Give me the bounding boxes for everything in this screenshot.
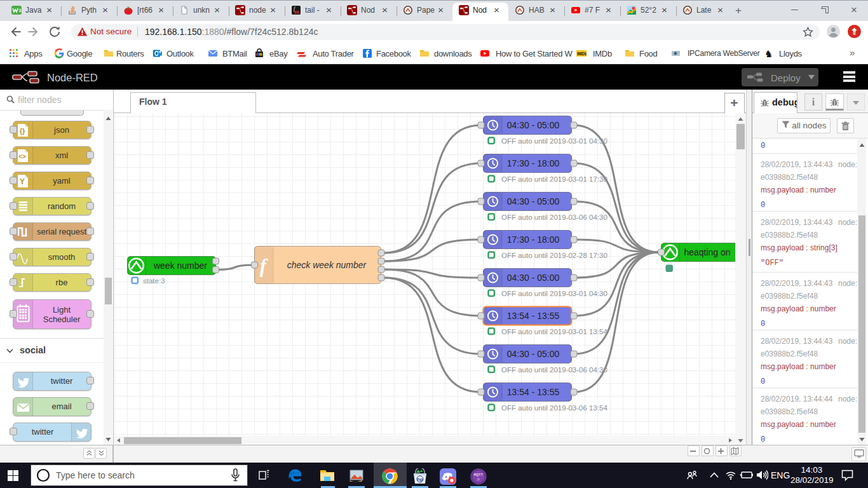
svg-text:check week number: check week number xyxy=(287,260,367,270)
svg-text:OFF auto until 2019-03-01 04:3: OFF auto until 2019-03-01 04:30 xyxy=(501,137,607,145)
svg-text:99: 99 xyxy=(294,10,299,15)
svg-text:04:30 - 05:00: 04:30 - 05:00 xyxy=(507,273,560,283)
svg-text:17:30 - 18:00: 17:30 - 18:00 xyxy=(507,234,560,245)
svg-text:13:54 - 13:55: 13:54 - 13:55 xyxy=(507,311,560,321)
svg-text:13:54 - 13:55: 13:54 - 13:55 xyxy=(507,387,560,397)
svg-text:fx: fx xyxy=(477,477,480,481)
svg-text:OFF auto until 2019-03-01 04:3: OFF auto until 2019-03-01 04:30 xyxy=(501,290,607,297)
svg-text:hp: hp xyxy=(417,477,423,482)
svg-text:OFF auto until 2019-03-06 13:5: OFF auto until 2019-03-06 13:54 xyxy=(501,404,607,412)
svg-text:{}: {} xyxy=(20,127,25,135)
svg-text:OFF auto until 2019-03-06 04:3: OFF auto until 2019-03-06 04:30 xyxy=(501,366,607,374)
svg-text:state:3: state:3 xyxy=(143,277,165,285)
svg-text:04:30 - 05:00: 04:30 - 05:00 xyxy=(507,196,560,207)
svg-text:OFF auto until 2019-03-06 04:3: OFF auto until 2019-03-06 04:30 xyxy=(501,214,607,221)
svg-text:17:30 - 18:00: 17:30 - 18:00 xyxy=(507,158,560,168)
svg-text:04:30 - 05:00: 04:30 - 05:00 xyxy=(507,349,560,359)
svg-text:week number: week number xyxy=(153,261,207,271)
svg-text:OFF auto until 2019-02-28 17:3: OFF auto until 2019-02-28 17:30 xyxy=(501,252,607,259)
svg-text:OFF auto until 2019-03-01 17:3: OFF auto until 2019-03-01 17:30 xyxy=(501,175,607,183)
svg-text:heaqting on: heaqting on xyxy=(684,247,730,257)
svg-text:04:30 - 05:00: 04:30 - 05:00 xyxy=(507,120,560,130)
svg-text:<>: <> xyxy=(18,153,26,160)
svg-text:OFF auto until 2019-03-01 13:5: OFF auto until 2019-03-01 13:54 xyxy=(501,328,607,336)
svg-text:IMDb: IMDb xyxy=(577,51,587,56)
svg-text:MQTT: MQTT xyxy=(474,473,484,477)
svg-text:Y: Y xyxy=(20,177,25,186)
